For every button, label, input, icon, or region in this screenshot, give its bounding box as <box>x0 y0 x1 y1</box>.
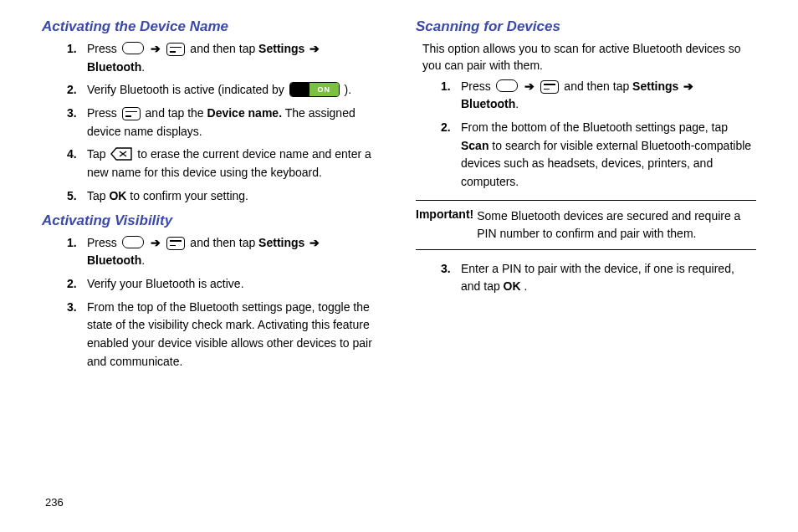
arrow-icon: ➔ <box>683 79 693 93</box>
step-item: 3. Enter a PIN to pair with the device, … <box>441 260 756 296</box>
step-body: Press ➔ and then tap Settings ➔ Bluetoot… <box>87 40 382 76</box>
text: and then tap <box>190 42 258 55</box>
step-number: 1. <box>67 234 87 270</box>
left-column: Activating the Device Name 1. Press ➔ an… <box>42 15 382 377</box>
home-button-icon <box>496 79 518 92</box>
steps-list: 1. Press ➔ and then tap Settings ➔ Bluet… <box>416 78 756 192</box>
step-body: From the top of the Bluetooth settings p… <box>87 299 382 371</box>
text: and then tap <box>190 236 258 249</box>
text: ). <box>345 83 352 96</box>
step-body: Press ➔ and then tap Settings ➔ Bluetoot… <box>461 78 756 114</box>
text: Press <box>87 236 120 249</box>
step-number: 2. <box>67 81 87 100</box>
step-body: Press ➔ and then tap Settings ➔ Bluetoot… <box>87 234 382 270</box>
bold-text: Bluetooth <box>461 97 515 110</box>
on-label: ON <box>309 83 339 96</box>
step-body: Press and tap the Device name. The assig… <box>87 105 382 141</box>
text: Enter a PIN to pair with the device, if … <box>461 262 734 294</box>
manual-page: Activating the Device Name 1. Press ➔ an… <box>0 0 798 377</box>
step-item: 1. Press ➔ and then tap Settings ➔ Bluet… <box>67 234 382 270</box>
home-button-icon <box>122 236 144 248</box>
important-text: Some Bluetooth devices are secured and r… <box>477 207 756 243</box>
step-item: 2. Verify your Bluetooth is active. <box>67 275 382 294</box>
bold-text: Settings <box>632 79 682 93</box>
bold-text: Settings <box>258 236 308 249</box>
step-item: 5. Tap OK to confirm your setting. <box>67 187 382 206</box>
bold-text: Scan <box>461 139 489 152</box>
text: and then tap <box>564 79 632 93</box>
text: . <box>515 97 519 110</box>
right-column: Scanning for Devices This option allows … <box>416 15 756 377</box>
step-body: Verify Bluetooth is active (indicated by… <box>87 81 382 100</box>
text: . <box>141 253 145 267</box>
heading-activating-device-name: Activating the Device Name <box>42 18 382 35</box>
heading-activating-visibility: Activating Visibility <box>42 212 382 229</box>
step-body: From the bottom of the Bluetooth setting… <box>461 119 756 192</box>
text: Verify Bluetooth is active (indicated by <box>87 83 288 96</box>
step-body: Verify your Bluetooth is active. <box>87 275 382 294</box>
steps-list: 1. Press ➔ and then tap Settings ➔ Bluet… <box>42 40 382 206</box>
text: . <box>141 60 145 74</box>
menu-button-icon <box>540 80 559 94</box>
text: Tap <box>87 147 109 161</box>
bold-text: OK <box>109 189 126 202</box>
menu-button-icon <box>122 107 141 120</box>
text: to search for visible external Bluetooth… <box>461 139 751 188</box>
menu-button-icon <box>166 237 185 250</box>
text: From the bottom of the Bluetooth setting… <box>461 120 728 134</box>
text: Press <box>87 42 120 55</box>
step-number: 1. <box>441 78 461 114</box>
step-item: 3. Press and tap the Device name. The as… <box>67 105 382 141</box>
arrow-icon: ➔ <box>309 42 320 55</box>
bold-text: Settings <box>258 42 308 55</box>
important-note: Important! Some Bluetooth devices are se… <box>416 200 756 250</box>
bold-text: Device name. <box>207 106 283 120</box>
text: Press <box>461 79 494 93</box>
step-number: 1. <box>67 40 87 76</box>
step-number: 3. <box>67 105 87 141</box>
step-body: Tap to erase the current device name and… <box>87 146 382 182</box>
step-item: 4. Tap to erase the current device name … <box>67 146 382 182</box>
steps-list: 3. Enter a PIN to pair with the device, … <box>416 260 756 296</box>
step-number: 4. <box>67 146 87 182</box>
page-number: 236 <box>45 496 64 509</box>
text: to confirm your setting. <box>130 189 248 202</box>
step-number: 2. <box>441 119 461 192</box>
on-toggle-icon: ON <box>289 82 340 97</box>
text: . <box>524 279 528 293</box>
backspace-icon <box>110 147 132 161</box>
arrow-icon: ➔ <box>309 236 320 249</box>
arrow-icon: ➔ <box>151 42 161 55</box>
text: and tap the <box>146 106 207 120</box>
step-item: 2. Verify Bluetooth is active (indicated… <box>67 81 382 100</box>
step-number: 3. <box>67 299 87 371</box>
important-label: Important! <box>416 207 473 243</box>
bold-text: OK <box>504 279 521 293</box>
text: Tap <box>87 189 109 202</box>
step-number: 5. <box>67 187 87 206</box>
step-item: 1. Press ➔ and then tap Settings ➔ Bluet… <box>67 40 382 76</box>
step-number: 3. <box>441 260 461 296</box>
step-item: 1. Press ➔ and then tap Settings ➔ Bluet… <box>441 78 756 114</box>
bold-text: Bluetooth <box>87 60 141 74</box>
bold-text: Bluetooth <box>87 253 141 267</box>
step-body: Enter a PIN to pair with the device, if … <box>461 260 756 296</box>
home-button-icon <box>122 42 144 54</box>
step-body: Tap OK to confirm your setting. <box>87 187 382 206</box>
intro-text: This option allows you to scan for activ… <box>422 40 756 74</box>
heading-scanning-for-devices: Scanning for Devices <box>416 18 756 35</box>
arrow-icon: ➔ <box>524 79 535 93</box>
steps-list: 1. Press ➔ and then tap Settings ➔ Bluet… <box>42 234 382 371</box>
step-number: 2. <box>67 275 87 294</box>
menu-button-icon <box>166 43 185 56</box>
text: Press <box>87 106 120 120</box>
step-item: 3. From the top of the Bluetooth setting… <box>67 299 382 371</box>
step-item: 2. From the bottom of the Bluetooth sett… <box>441 119 756 192</box>
arrow-icon: ➔ <box>151 236 161 249</box>
